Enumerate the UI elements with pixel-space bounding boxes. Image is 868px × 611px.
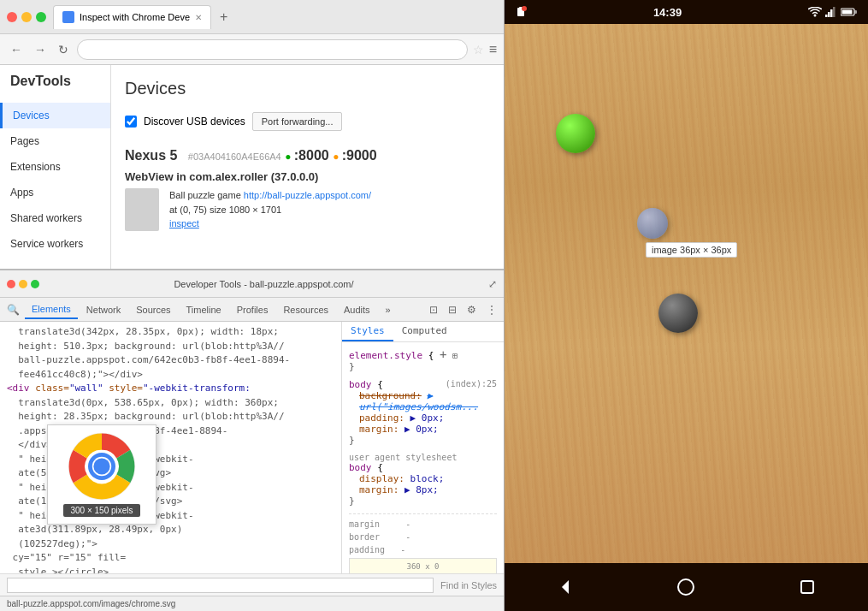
discover-checkbox[interactable] [125,116,137,128]
sidebar-item-devices[interactable]: Devices [0,103,110,128]
port2-label: :9000 [342,148,377,163]
port-forwarding-button[interactable]: Port forwarding... [252,112,343,131]
devtools-min-button[interactable] [19,280,27,288]
devtools-resize-icon[interactable]: ⤢ [488,278,497,290]
url-input[interactable]: chrome://inspect/#devices [77,39,468,60]
inspect-tooltip: image 36px × 36px [646,242,737,258]
browser-tab[interactable]: Inspect with Chrome Deve ✕ [53,5,211,29]
sidebar-item-pages[interactable]: Pages [0,128,110,154]
android-time: 14:39 [653,6,682,19]
back-button[interactable]: ← [7,41,26,58]
devtools-header: Developer Tools - ball-puzzle.appspot.co… [0,270,504,298]
tab-resources[interactable]: Resources [276,301,335,318]
bookmark-icon[interactable]: ☆ [473,43,484,56]
android-notif-icons [515,6,527,18]
tab-elements[interactable]: Elements [25,300,78,319]
svg-rect-13 [855,10,858,14]
devtools-search-icon[interactable]: 🔍 [3,304,23,316]
tab-bar: Inspect with Chrome Deve ✕ + [53,5,497,29]
chrome-preview-size: 300 × 150 pixels [63,504,139,517]
ball-dark [658,294,698,333]
android-status-bar: 14:39 [505,0,868,24]
minimize-button[interactable] [21,12,32,22]
tab-sources[interactable]: Sources [129,301,177,318]
style-rule-user-agent: user agent stylesheet body { display: bl… [349,453,497,507]
box-model-size-label: 360 x 0 [353,562,493,571]
settings-icon[interactable]: ⚙ [464,302,480,317]
tab-profiles[interactable]: Profiles [230,301,275,318]
close-button[interactable] [7,12,17,22]
devtools-icon-toolbar: ⊡ ⊟ ⚙ ⋮ [426,302,500,317]
app-name: Ball puzzle game http://ball-puzzle.apps… [169,188,371,203]
box-model-section: margin - border - padding - 360 x 0 [349,513,497,573]
android-notification-icon [515,6,527,18]
tab-more[interactable]: » [379,301,398,318]
device-id: #03A404160A4E66A4 [188,151,281,162]
code-line: height: 28.35px; background: url(blob:ht… [0,410,341,424]
devtools-body: translate3d(342px, 28.35px, 0px); width:… [0,322,504,573]
inspect-link[interactable]: inspect [169,218,199,228]
add-rule-icon[interactable]: + [440,347,446,361]
console-icon[interactable]: ⊡ [426,302,441,317]
code-line: translate3d(342px, 28.35px, 0px); width:… [0,325,341,340]
sidebar-item-shared-workers[interactable]: Shared workers [0,205,110,231]
discover-label: Discover USB devices [144,116,245,128]
wood-texture [505,24,868,563]
sidebar-item-apps[interactable]: Apps [0,180,110,205]
android-back-button[interactable] [552,574,578,600]
app-row: Ball puzzle game http://ball-puzzle.apps… [125,188,490,231]
element-style-selector: element.style { + ⊞ [349,347,497,361]
svg-rect-8 [825,15,828,17]
find-bar: Find in Styles [0,573,504,596]
sidebar-item-extensions[interactable]: Extensions [0,154,110,180]
code-line: translate3d(0px, 538.65px, 0px); width: … [0,396,341,411]
forward-button[interactable]: → [31,41,50,58]
tab-close-icon[interactable]: ✕ [195,13,202,22]
chrome-preview-popup: 300 × 150 pixels [47,424,156,525]
devtools-title-label: Developer Tools - ball-puzzle.appspot.co… [43,279,485,289]
overflow-icon[interactable]: ⋮ [483,302,500,317]
svg-rect-14 [842,10,853,15]
svg-point-7 [814,15,817,17]
tab-styles[interactable]: Styles [342,322,393,341]
style-prop-margin: margin: ▶ 0px; [359,424,497,435]
app-name-label: Ball puzzle game [169,190,241,200]
devtools-close-button[interactable] [7,280,15,288]
style-prop-background: background: ▶ url("images/woodsm... [359,390,497,412]
tab-favicon [62,11,74,23]
find-input[interactable] [7,578,434,593]
devtools-max-button[interactable] [31,280,39,288]
reload-button[interactable]: ↻ [55,41,72,58]
discover-row: Discover USB devices Port forwarding... [125,112,490,131]
svg-rect-9 [828,12,830,17]
menu-icon[interactable]: ≡ [489,42,497,57]
android-recent-button[interactable] [794,574,820,600]
new-tab-button[interactable]: + [215,8,233,27]
sidebar-item-service-workers[interactable]: Service workers [0,231,110,257]
battery-icon [841,7,858,17]
status-bar: ball-puzzle.appspot.com/images/chrome.sv… [0,596,504,611]
devtools-sidebar: DevTools Devices Pages Extensions Apps S… [0,65,111,269]
style-rule-body: body { (index):25 background: ▶ url("ima… [349,379,497,446]
code-line: fee461cc40c8);"></div> [0,368,341,383]
tab-network[interactable]: Network [80,301,127,318]
svg-rect-11 [833,7,836,17]
style-prop-margin-agent: margin: ▶ 8px; [359,484,497,495]
code-line: ball-puzzle.appspot.com/642ec0b3-fb8f-4e… [0,353,341,368]
tab-title: Inspect with Chrome Deve [80,12,190,22]
expand-icon[interactable]: ⊞ [452,351,458,360]
port1-label: :8000 [294,148,329,163]
styles-panel: Styles Computed element.style { + ⊞ } [342,322,504,573]
app-position: at (0, 75) size 1080 × 1701 [169,203,371,217]
android-home-button[interactable] [673,574,699,600]
port2-indicator: ● [333,151,342,163]
code-line: height: 510.3px; background: url(blob:ht… [0,340,341,354]
tab-audits[interactable]: Audits [337,301,377,318]
tab-timeline[interactable]: Timeline [180,301,228,318]
tab-computed[interactable]: Computed [393,322,456,341]
layout-icon[interactable]: ⊟ [445,302,460,317]
code-line: style ></circle> [0,566,341,574]
maximize-button[interactable] [36,12,46,22]
status-url: ball-puzzle.appspot.com/images/chrome.sv… [7,599,175,608]
app-info: Ball puzzle game http://ball-puzzle.apps… [169,188,371,231]
